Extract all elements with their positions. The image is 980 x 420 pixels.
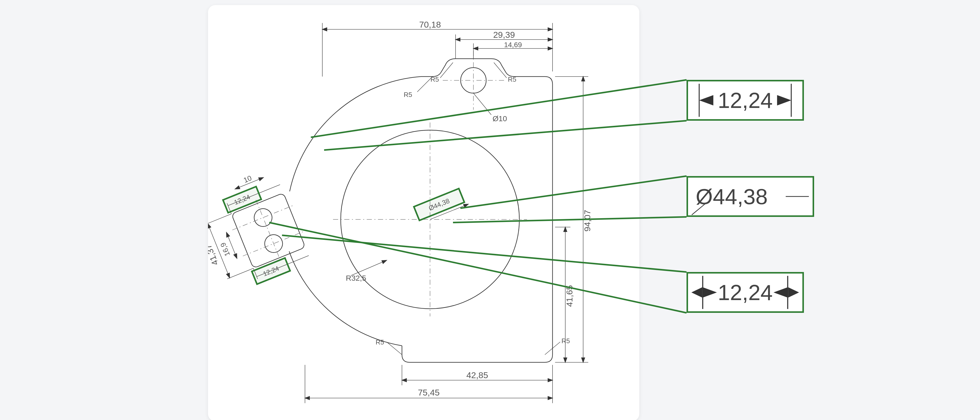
callout-2-text: Ø44,38 xyxy=(696,178,768,215)
dim-top-tab-half: 14,69 xyxy=(504,41,522,49)
dim-fillet-br: R5 xyxy=(562,337,570,345)
dim-top-width: 70,18 xyxy=(419,20,441,29)
stage: 70,18 29,39 14,69 Ø10 94,07 41,65 75,45 … xyxy=(0,0,980,420)
dim-top-tab-offset: 29,39 xyxy=(493,30,515,40)
dim-right-height: 94,07 xyxy=(582,210,592,231)
callout-1-text: 12,24 xyxy=(688,81,802,119)
callout-2: Ø44,38 xyxy=(687,176,814,217)
dim-outer-radius: R32,5 xyxy=(346,274,366,282)
highlight-boxes xyxy=(223,186,465,284)
dim-left-tab-width: 10 xyxy=(242,174,253,184)
svg-line-39 xyxy=(473,93,491,115)
dim-fillet-tab-r: R5 xyxy=(508,76,516,83)
svg-line-32 xyxy=(228,269,253,279)
part-outline xyxy=(231,59,552,362)
callout-3-text: 12,24 xyxy=(688,274,802,311)
svg-line-31 xyxy=(208,214,231,224)
dim-fillet-bl: R5 xyxy=(375,338,384,346)
drawing-card: 70,18 29,39 14,69 Ø10 94,07 41,65 75,45 … xyxy=(208,5,639,420)
dim-bottom-width: 42,85 xyxy=(466,370,488,380)
callout-1: 12,24 xyxy=(687,80,804,121)
dim-left-tab-len: 41,37 xyxy=(208,243,220,267)
dim-overall-width: 75,45 xyxy=(418,388,439,397)
dim-fillet-tl: R5 xyxy=(404,91,412,99)
svg-line-41 xyxy=(351,260,387,275)
callout-3: 12,24 xyxy=(687,272,804,313)
dim-top-hole-dia: Ø10 xyxy=(493,114,507,123)
technical-drawing: 70,18 29,39 14,69 Ø10 94,07 41,65 75,45 … xyxy=(208,5,639,420)
dim-fillet-tab-l: R5 xyxy=(431,76,439,83)
dim-right-partial: 41,65 xyxy=(565,285,574,307)
dim-left-tab-spacing: 16,9 xyxy=(219,241,231,257)
svg-line-42 xyxy=(387,342,402,355)
